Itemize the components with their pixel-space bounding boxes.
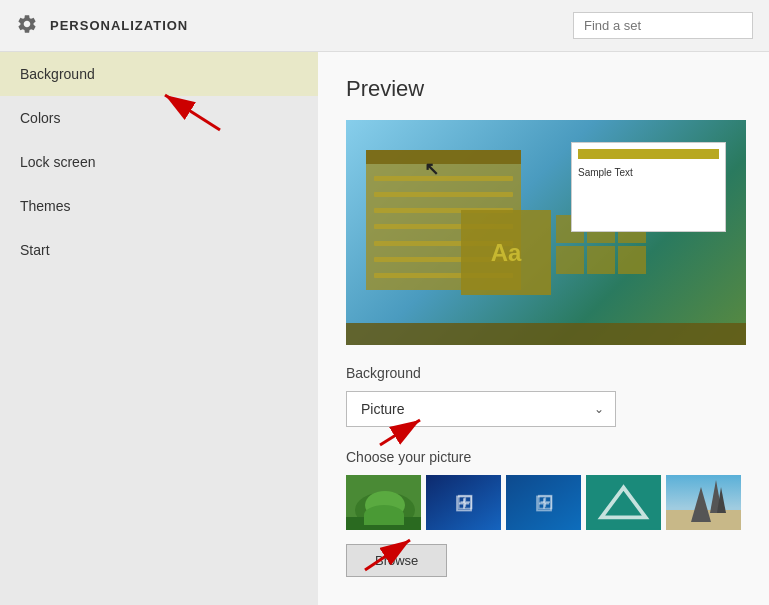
- svg-rect-8: [586, 476, 661, 529]
- sidebar-item-label: Themes: [20, 198, 71, 214]
- preview-titlebar: [366, 150, 521, 164]
- sidebar-item-lock-screen[interactable]: Lock screen: [0, 140, 318, 184]
- background-label: Background: [346, 365, 741, 381]
- main-panel: Preview Aa: [318, 52, 769, 605]
- svg-rect-3: [346, 517, 421, 530]
- preview-tile: [556, 246, 584, 274]
- preview-line: [374, 176, 513, 181]
- preview-line: [374, 192, 513, 197]
- thumbnail-beach[interactable]: [666, 475, 741, 530]
- sidebar-item-label: Colors: [20, 110, 60, 126]
- app-title: PERSONALIZATION: [50, 18, 188, 33]
- preview-aa-box: Aa: [461, 210, 551, 295]
- sidebar-item-label: Start: [20, 242, 50, 258]
- choose-picture-label: Choose your picture: [346, 449, 741, 465]
- title-left: PERSONALIZATION: [16, 13, 188, 39]
- preview-sample-text: Sample Text: [578, 167, 719, 178]
- preview-dialog-bar: [578, 149, 719, 159]
- thumbnail-windows2[interactable]: ⊞: [506, 475, 581, 530]
- thumbnail-teal-triangle[interactable]: [586, 475, 661, 530]
- svg-point-2: [365, 491, 405, 519]
- search-input[interactable]: [573, 12, 753, 39]
- preview-tile: [587, 246, 615, 274]
- svg-text:⊞: ⊞: [456, 489, 474, 514]
- background-dropdown-container: Picture Solid color Slideshow ⌄: [346, 391, 616, 427]
- browse-button[interactable]: Browse: [346, 544, 447, 577]
- svg-text:⊞: ⊞: [536, 489, 554, 514]
- svg-rect-6: [506, 475, 581, 530]
- thumbnail-island[interactable]: [346, 475, 421, 530]
- sidebar-item-colors[interactable]: Colors: [0, 96, 318, 140]
- preview-cursor: ↖: [424, 158, 439, 180]
- thumbnail-windows1[interactable]: ⊞: [426, 475, 501, 530]
- background-dropdown[interactable]: Picture Solid color Slideshow: [346, 391, 616, 427]
- pictures-row: ⊞ ⊞: [346, 475, 741, 530]
- main-content: Background Colors Lock screen Themes Sta…: [0, 52, 769, 605]
- svg-rect-11: [666, 510, 741, 530]
- sidebar-item-background[interactable]: Background: [0, 52, 318, 96]
- sidebar-item-themes[interactable]: Themes: [0, 184, 318, 228]
- title-bar: PERSONALIZATION: [0, 0, 769, 52]
- sidebar: Background Colors Lock screen Themes Sta…: [0, 52, 318, 605]
- sidebar-item-label: Background: [20, 66, 95, 82]
- sidebar-item-label: Lock screen: [20, 154, 95, 170]
- preview-area: Aa Sample Text ↖: [346, 120, 746, 345]
- preview-tile: [618, 246, 646, 274]
- preview-taskbar: [346, 323, 746, 345]
- svg-rect-4: [426, 475, 501, 530]
- panel-title: Preview: [346, 76, 741, 102]
- preview-dialog: Sample Text: [571, 142, 726, 232]
- sidebar-item-start[interactable]: Start: [0, 228, 318, 272]
- gear-icon: [16, 13, 38, 39]
